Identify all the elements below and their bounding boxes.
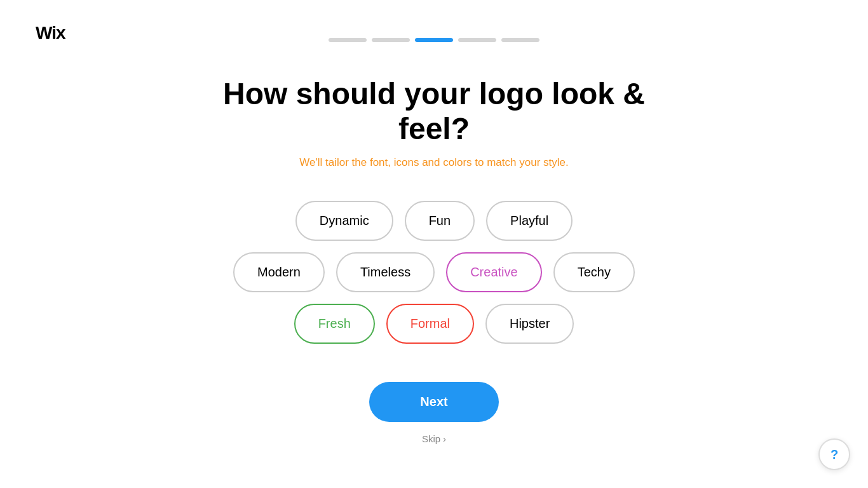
help-button[interactable]: ? [818,438,850,470]
chevron-right-icon: › [443,433,446,444]
progress-segment-1 [329,38,367,42]
progress-segment-3 [415,38,453,42]
page-title: How should your logo look & feel? [212,76,656,146]
main-content: How should your logo look & feel? We'll … [212,64,656,444]
option-fresh[interactable]: Fresh [294,304,375,344]
option-formal[interactable]: Formal [386,304,474,344]
option-techy[interactable]: Techy [553,252,635,292]
progress-segment-5 [501,38,539,42]
wix-logo: Wix [36,23,65,43]
style-options-container: Dynamic Fun Playful Modern Timeless Crea… [233,201,635,344]
progress-segment-2 [372,38,410,42]
skip-link[interactable]: Skip › [422,433,446,444]
progress-bar [329,38,539,42]
option-fun[interactable]: Fun [405,201,475,241]
option-timeless[interactable]: Timeless [336,252,435,292]
option-modern[interactable]: Modern [233,252,325,292]
options-row-2: Modern Timeless Creative Techy [233,252,635,292]
next-button[interactable]: Next [369,382,498,422]
options-row-1: Dynamic Fun Playful [295,201,573,241]
option-creative[interactable]: Creative [446,252,541,292]
page-subtitle: We'll tailor the font, icons and colors … [299,156,568,169]
progress-segment-4 [458,38,496,42]
option-hipster[interactable]: Hipster [485,304,574,344]
skip-label: Skip [422,433,440,444]
option-playful[interactable]: Playful [486,201,573,241]
options-row-3: Fresh Formal Hipster [294,304,574,344]
option-dynamic[interactable]: Dynamic [295,201,393,241]
